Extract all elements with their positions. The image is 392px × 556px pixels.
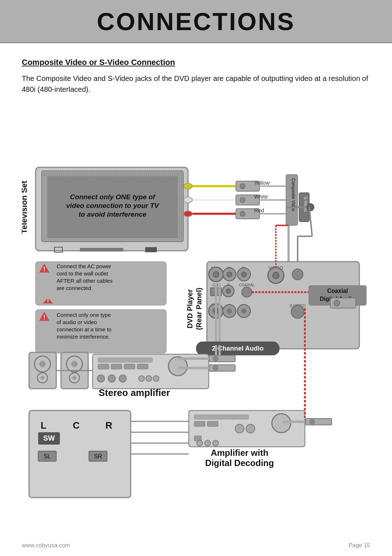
plug-red-tv xyxy=(184,211,192,217)
page-header: CONNECTIONS xyxy=(0,0,392,43)
warning-text-2-l2: of audio or video xyxy=(57,319,97,325)
tv-dots-right xyxy=(179,172,183,241)
digital-amp-label-2: Digital Decoding xyxy=(205,458,274,468)
amp-rect-2 xyxy=(111,364,122,369)
damp-bar-1 xyxy=(194,415,249,419)
panel-label-coaxial: COAXIAL xyxy=(239,283,255,287)
tv-text-3: to avoid interference xyxy=(79,210,147,218)
damp-circle-sm-1 xyxy=(235,424,244,433)
warning-text-2-l1: Connect only one type xyxy=(57,312,111,318)
amp-circle-3 xyxy=(119,375,126,382)
section-subtitle: Composite Video or S-Video Connection xyxy=(22,58,370,67)
speaker-SR: SR xyxy=(94,453,102,459)
footer: www.cobyusa.com Page 15 xyxy=(0,542,392,549)
warning-exclaim-1: ! xyxy=(43,266,45,272)
damp-dot-1 xyxy=(197,440,203,446)
warning-exclaim-2: ! xyxy=(43,314,45,320)
tv-ctrl-rect xyxy=(145,247,157,252)
port-small-top-right xyxy=(292,269,303,280)
warning-icon-exclaim-1: ! xyxy=(47,298,49,303)
tv-ctrl-bar xyxy=(80,248,123,252)
amp-rect-4 xyxy=(137,364,148,369)
port-svideo-panel xyxy=(291,305,304,318)
speaker-SW: SW xyxy=(43,434,55,442)
speaker-right-cone-mid xyxy=(71,361,78,367)
coaxial-pin-2 xyxy=(334,300,340,306)
coaxial-digital-text-1: Coaxial xyxy=(327,288,348,294)
damp-rect-1 xyxy=(194,421,205,426)
connector-yellow-pin xyxy=(240,184,245,189)
tv-text-1: Connect only ONE type of xyxy=(70,193,156,201)
warning-text-2-l4: minimize interference. xyxy=(57,334,110,340)
damp-circle-sm-2 xyxy=(246,424,255,433)
plug-white-tv xyxy=(184,197,192,203)
dvd-label-2: (Rear Panel) xyxy=(195,288,203,330)
damp-dot-2 xyxy=(205,440,211,446)
port-video-inner xyxy=(273,272,279,279)
label-yellow: Yellow xyxy=(254,180,270,186)
amp-rca-pin-2 xyxy=(213,365,218,371)
amp-circle-2 xyxy=(108,375,115,382)
damp-dot-3 xyxy=(213,440,219,446)
stereo-amp-label: Stereo amplifier xyxy=(99,387,170,398)
port-Cr-inner xyxy=(241,272,246,277)
speaker-SL: SL xyxy=(44,453,51,459)
speaker-C: C xyxy=(73,420,80,431)
main-diagram: Television Set Connect only ONE ty xyxy=(22,106,370,506)
diagram-svg: Television Set Connect only ONE ty xyxy=(22,106,370,505)
warning-text-1-l2: cord to the wall outlet xyxy=(57,270,109,277)
tv-dots-top xyxy=(43,172,182,176)
label-white: White xyxy=(254,193,268,200)
port-Y-inner xyxy=(226,289,230,293)
warning-text-1-l4: are connected. xyxy=(57,285,93,291)
page-title: CONNECTIONS xyxy=(0,7,392,36)
port-L-inner xyxy=(213,271,219,277)
port-bottom-3-inner xyxy=(241,308,246,314)
warning-text-2-l3: connection at a time to xyxy=(57,326,111,332)
connector-red-pin xyxy=(240,211,245,216)
damp-rca-pin xyxy=(310,419,315,424)
connector-white-pin xyxy=(240,197,245,203)
section-description: The Composite Video and S-Video jacks of… xyxy=(22,73,370,95)
port-bottom-2-inner xyxy=(227,308,232,314)
svideo-plug xyxy=(307,204,314,211)
speaker-left-cone-mid xyxy=(39,361,46,367)
label-red: Red xyxy=(254,207,264,213)
speaker-R: R xyxy=(106,420,113,431)
amp-bar-1 xyxy=(98,358,152,362)
content-area: Composite Video or S-Video Connection Th… xyxy=(0,43,392,535)
footer-website: www.cobyusa.com xyxy=(22,542,70,549)
speaker-L: L xyxy=(41,420,46,431)
port-coaxial xyxy=(242,287,252,297)
footer-page: Page 15 xyxy=(348,542,370,549)
damp-knob-big xyxy=(272,414,291,433)
amp-dot-1 xyxy=(139,376,144,381)
amp-dot-3 xyxy=(153,376,159,381)
warning-text-1-l3: AFTER all other cables xyxy=(57,278,113,284)
amp-rect-1 xyxy=(98,364,109,369)
plug-yellow-tv xyxy=(184,183,192,189)
amp-circle-1 xyxy=(97,375,105,382)
amp-dot-2 xyxy=(146,376,152,381)
amp-rca-pin-1 xyxy=(213,356,218,361)
speaker-right-cone-sm-inner xyxy=(73,376,76,380)
amp-rect-3 xyxy=(124,364,135,369)
tv-text-2: video connection to your TV xyxy=(66,202,159,209)
warning-text-1-l1: Connect the AC power xyxy=(57,263,111,269)
tv-label: Television Set xyxy=(22,180,29,234)
speaker-left-cone-sm-inner xyxy=(41,376,44,380)
digital-amp-label-1: Amplifier with xyxy=(211,448,269,458)
cable-svideo-down xyxy=(309,207,312,236)
port-Cb-inner xyxy=(227,272,232,277)
dvd-label-1: DVD Player xyxy=(186,289,194,328)
damp-rect-2 xyxy=(207,421,218,426)
page: CONNECTIONS Composite Video or S-Video C… xyxy=(0,0,392,556)
